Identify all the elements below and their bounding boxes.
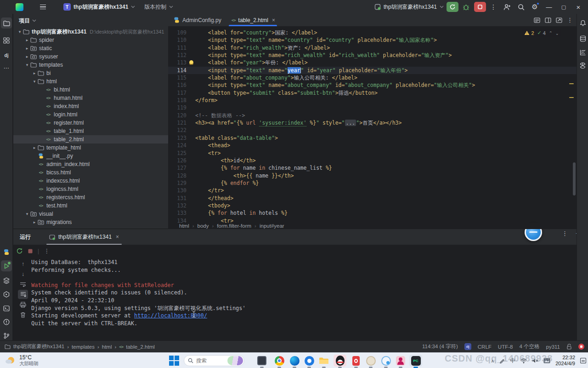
ime-indicator[interactable]: 中 bbox=[510, 357, 515, 365]
tool-structure-button[interactable] bbox=[1, 35, 12, 46]
code-line[interactable]: 121<h3><a href="{% url 'sysuser:index' %… bbox=[168, 119, 577, 126]
code-line[interactable]: 127 {% for name in chinese_name_list %} bbox=[168, 164, 577, 172]
run-options-kebab[interactable]: ⋮ bbox=[44, 247, 50, 254]
code-line[interactable]: 117 <button type="submit" class="submit-… bbox=[168, 89, 577, 97]
rerun-button[interactable] bbox=[447, 2, 458, 12]
tree-item[interactable]: ▾html bbox=[13, 77, 168, 86]
code-line[interactable]: 113 <label for="year">年份: </label> bbox=[168, 59, 577, 66]
taskbar-app-chrome[interactable] bbox=[273, 355, 286, 367]
taskbar-app-beige[interactable] bbox=[364, 355, 377, 367]
code-line[interactable]: 125 <tr> bbox=[168, 150, 577, 157]
chevron-right-icon[interactable]: ▸ bbox=[32, 220, 37, 224]
project-widget[interactable]: T thp胡润富豪榜hx1341 bbox=[60, 1, 138, 12]
chevron-down-icon[interactable]: ▾ bbox=[32, 79, 37, 84]
breadcrumb-item[interactable]: form.filter-form bbox=[217, 223, 251, 229]
tree-item[interactable]: ▸spider bbox=[13, 36, 168, 44]
scroll-to-end-icon[interactable] bbox=[18, 290, 28, 299]
stop-icon[interactable] bbox=[28, 248, 33, 254]
chevron-right-icon[interactable]: ▸ bbox=[24, 54, 30, 59]
code-line[interactable]: 128 <th>{{ name }}</th> bbox=[168, 172, 577, 179]
detach-editor-icon[interactable] bbox=[556, 17, 562, 23]
file-encoding[interactable]: UTF-8 bbox=[498, 344, 513, 350]
minimize-button[interactable]: — bbox=[542, 0, 556, 13]
taskbar-app-widgets[interactable] bbox=[255, 355, 268, 367]
code-line[interactable]: 116 <input type="text" name="about_compa… bbox=[168, 81, 577, 89]
line-separator[interactable]: CRLF bbox=[478, 344, 492, 350]
code-line[interactable]: 114 <input type="text" name="year" id="y… bbox=[168, 67, 577, 74]
photo-icon[interactable] bbox=[543, 358, 550, 363]
code-line[interactable]: 109 <label for="country">国家: </label> bbox=[168, 29, 577, 36]
tree-item[interactable]: <>table_2.html bbox=[13, 135, 168, 144]
code-line[interactable]: 131 </thead> bbox=[168, 195, 577, 202]
volume-muted-icon[interactable] bbox=[532, 358, 538, 363]
scroll-up-icon[interactable]: ↑ bbox=[18, 259, 28, 269]
tree-item[interactable]: <>admin_index.html bbox=[13, 160, 168, 168]
tree-item[interactable]: ▸bi bbox=[13, 69, 168, 77]
tool-services-button[interactable] bbox=[1, 275, 12, 286]
tree-item[interactable]: ▾thp胡润富豪榜hx1341D:\desktop\thp胡润富豪榜hx1341 bbox=[13, 28, 168, 36]
tab-table-2-html[interactable]: <> table_2.html × bbox=[226, 14, 280, 26]
taskbar-app-pycharm[interactable]: PC bbox=[409, 355, 422, 367]
tree-item[interactable]: <>test.html bbox=[13, 201, 168, 210]
tree-item[interactable]: <>index.html bbox=[13, 102, 168, 110]
editor-scrollbar-thumb[interactable] bbox=[573, 162, 576, 196]
tree-item[interactable]: <>logincss.html bbox=[13, 185, 168, 193]
tab-adminconfig-py[interactable]: AdminConfig.py bbox=[168, 14, 226, 26]
chevron-right-icon[interactable]: ▸ bbox=[32, 71, 37, 75]
tree-item[interactable]: <>bicss.html bbox=[13, 168, 168, 177]
indent-setting[interactable]: 4 个空格 bbox=[519, 343, 539, 350]
chevron-down-icon[interactable]: ▾ bbox=[24, 63, 30, 67]
python-interpreter[interactable]: py311 bbox=[546, 344, 560, 350]
weather-widget[interactable]: 15°C 大部晴朗 bbox=[5, 354, 39, 367]
breadcrumb-item[interactable]: html bbox=[179, 223, 189, 229]
tree-item[interactable]: ▸static bbox=[13, 44, 168, 52]
status-path-item[interactable]: thp胡润富豪榜hx1341 bbox=[13, 343, 64, 350]
code-line[interactable]: 134 <tr> bbox=[168, 217, 577, 223]
tree-item[interactable]: <>table_1.html bbox=[13, 127, 168, 135]
taskbar-search[interactable] bbox=[184, 355, 244, 366]
code-line[interactable]: 112 <input type="text" name="rich_wealth… bbox=[168, 52, 577, 59]
ai-assistant-button[interactable] bbox=[577, 60, 588, 71]
chevron-right-icon[interactable]: ▸ bbox=[32, 145, 37, 150]
tool-terminal-button[interactable] bbox=[1, 303, 12, 314]
code-line[interactable]: 111 <label for="rich_wealth">资产: </label… bbox=[168, 44, 577, 52]
code-with-me-button[interactable] bbox=[501, 1, 514, 13]
tree-item[interactable]: <>registercss.html bbox=[13, 193, 168, 201]
code-line[interactable]: 119 bbox=[168, 104, 577, 111]
tool-problems-button[interactable] bbox=[1, 316, 12, 328]
pen-icon[interactable] bbox=[499, 358, 505, 363]
tool-run-button[interactable] bbox=[1, 260, 12, 271]
tool-project-button[interactable] bbox=[1, 17, 12, 29]
debug-button[interactable] bbox=[459, 1, 472, 13]
code-line[interactable]: 130 </tr> bbox=[168, 187, 577, 194]
notification-icon[interactable] bbox=[580, 358, 586, 363]
status-path-item[interactable]: templates bbox=[72, 344, 95, 350]
code-line[interactable]: 129 {% endfor %} bbox=[168, 179, 577, 187]
tree-item[interactable]: <>indexcss.html bbox=[13, 177, 168, 185]
tree-item[interactable]: <>bi.html bbox=[13, 86, 168, 94]
django-icon[interactable]: dj bbox=[464, 343, 471, 350]
taskbar-app-messenger[interactable] bbox=[303, 355, 316, 367]
rerun-icon[interactable] bbox=[16, 247, 23, 254]
statistics-tool-button[interactable] bbox=[577, 47, 588, 58]
split-editor-icon[interactable] bbox=[545, 17, 551, 23]
tree-item[interactable]: ▸migrations bbox=[13, 218, 168, 226]
tree-item[interactable]: __init__.py bbox=[13, 152, 168, 160]
taskbar-app-explorer[interactable] bbox=[317, 355, 330, 367]
taskbar-app-contact[interactable] bbox=[394, 355, 407, 367]
code-line[interactable]: 122 bbox=[168, 126, 577, 134]
next-problem-icon[interactable]: ⌃ bbox=[555, 31, 559, 35]
main-menu-button[interactable] bbox=[38, 2, 47, 12]
tool-python-console-button[interactable] bbox=[1, 289, 12, 300]
breadcrumb-item[interactable]: body bbox=[198, 223, 209, 229]
taskbar-app-browser[interactable] bbox=[379, 355, 392, 367]
start-button[interactable] bbox=[169, 356, 179, 366]
close-button[interactable]: × bbox=[571, 0, 585, 13]
code-line[interactable]: 118</form> bbox=[168, 97, 577, 104]
database-tool-button[interactable] bbox=[577, 33, 588, 44]
status-path[interactable]: thp胡润富豪榜hx1341› templates› html› <> tabl… bbox=[5, 343, 155, 350]
prev-problem-icon[interactable]: ⌃ bbox=[549, 31, 553, 35]
search-everywhere-button[interactable] bbox=[514, 1, 527, 13]
code-line[interactable]: 123<table class="data-table"> bbox=[168, 134, 577, 142]
search-highlight-image[interactable] bbox=[227, 356, 243, 365]
